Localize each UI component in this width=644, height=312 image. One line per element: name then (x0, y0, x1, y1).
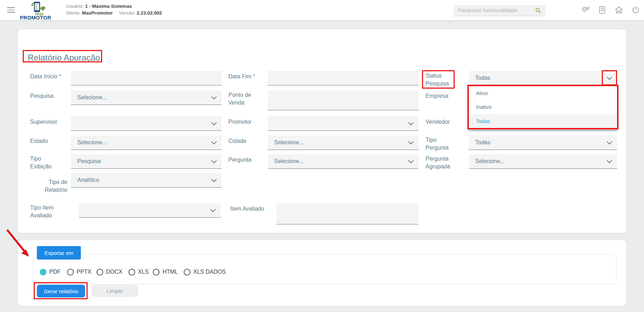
field-label-ponto-de-venda: Ponto de Venda (228, 91, 260, 107)
dropdown-option-inativo[interactable]: Inativo (469, 100, 617, 114)
radio-icon[interactable] (153, 269, 160, 275)
data-inicio-input[interactable] (71, 71, 222, 85)
estado-value: Selecione... (77, 139, 107, 146)
ponto-de-venda-input[interactable] (268, 90, 418, 110)
field-label-tipo-item-avaliado: Tipo Item Avaliado (30, 204, 64, 219)
chevron-down-icon[interactable] (211, 139, 217, 145)
chevron-down-icon[interactable] (607, 158, 612, 163)
chevron-down-icon[interactable] (607, 74, 612, 80)
promotor-select[interactable] (268, 116, 418, 131)
supervisor-select[interactable] (71, 116, 222, 131)
item-avaliado-input[interactable] (277, 203, 418, 224)
app-logo: max PROMOTOR (20, 1, 59, 20)
chevron-down-icon[interactable] (211, 158, 217, 163)
chevron-down-icon[interactable] (607, 139, 612, 145)
pesquisa-value: Selecione... (77, 94, 107, 101)
format-option-docx[interactable]: DOCX (96, 268, 122, 276)
estado-select[interactable]: Selecione... (71, 135, 222, 150)
format-label: XLS (138, 269, 149, 275)
field-label-data-fim: Data Fim * (228, 73, 255, 80)
field-label-pergunta: Pergunta (228, 156, 251, 164)
format-option-pdf[interactable]: PDF (40, 268, 61, 276)
cidade-select[interactable]: Selecione... (268, 135, 418, 150)
pergunta-value: Selecione... (274, 158, 304, 165)
export-in-button[interactable]: Exportar em (37, 246, 81, 260)
format-label: XLS DADOS (193, 269, 226, 275)
field-label-pergunta-agrupada: Pergunta Agrupada (426, 155, 459, 171)
home-icon[interactable] (615, 6, 624, 15)
chevron-down-icon[interactable] (408, 158, 414, 163)
offer-label: Oferta: (66, 10, 80, 16)
power-icon[interactable] (632, 6, 641, 15)
dropdown-option-todas[interactable]: Todas (469, 114, 617, 128)
status-pesquisa-select[interactable]: Todas (469, 71, 617, 85)
tipo-exibicao-select[interactable]: Pesquisa (71, 154, 222, 169)
pergunta-select[interactable]: Selecione... (268, 154, 418, 169)
search-input[interactable] (454, 5, 535, 15)
format-option-xls[interactable]: XLS (128, 268, 149, 276)
offer-value: MaxPromotor (82, 10, 113, 16)
field-label-tipo-relatorio: Tipo de Relatório (30, 178, 67, 194)
chevron-down-icon[interactable] (211, 94, 217, 100)
format-option-html[interactable]: HTML (153, 268, 178, 276)
cidade-value: Selecione... (274, 139, 304, 146)
format-label: DOCX (106, 269, 122, 275)
tipo-pergunta-select[interactable]: Todas (469, 135, 617, 150)
format-option-xls-dados[interactable]: XLS DADOS (184, 268, 226, 276)
generate-report-button[interactable]: Gerar relatório (37, 285, 85, 297)
format-label: PPTX (77, 269, 91, 275)
chevron-down-icon[interactable] (211, 120, 217, 126)
format-option-pptx[interactable]: PPTX (67, 268, 91, 276)
format-label: HTML (162, 269, 178, 275)
settings-icon[interactable]: ⚙⚙ (582, 6, 591, 15)
radio-icon[interactable] (184, 269, 190, 275)
tipo-pergunta-value: Todas (475, 139, 490, 146)
report-form-card: Relatório Apuração Data Início * Data Fi… (18, 29, 626, 233)
tipo-exibicao-value: Pesquisa (77, 158, 101, 165)
field-label-status-pesquisa: Status Pesquisa (426, 72, 454, 88)
tipo-item-avaliado-select[interactable] (79, 203, 221, 218)
dropdown-option-ativo[interactable]: Ativo (469, 86, 617, 100)
field-label-estado: Estado (30, 137, 48, 145)
search-functionality (454, 5, 545, 16)
field-label-empresa: Empresa (426, 92, 448, 100)
status-pesquisa-value: Todas (475, 75, 490, 81)
pergunta-agrupada-select[interactable]: Selecione... (469, 154, 617, 169)
field-label-vendedor: Vendedor (426, 118, 450, 126)
field-label-cidade: Cidade (228, 137, 246, 145)
version-label: Versão: (119, 10, 135, 16)
field-label-tipo-pergunta: Tipo Pergunta (426, 136, 457, 152)
format-label: PDF (49, 269, 61, 275)
status-dropdown-panel: Ativo Inativo Todas (467, 85, 618, 129)
radio-icon[interactable] (128, 269, 135, 275)
tipo-relatorio-select[interactable]: Analítico (71, 173, 222, 188)
report-icon[interactable] (598, 6, 607, 15)
chevron-down-icon[interactable] (210, 207, 216, 212)
export-card: Exportar em PDF PPTX DOCX XLS HTML XLS D… (18, 240, 626, 306)
field-label-item-avaliado: Item Avaliado (230, 205, 264, 213)
radio-icon[interactable] (96, 269, 103, 275)
clear-button[interactable]: Limpar (91, 284, 138, 297)
pergunta-agrupada-value: Selecione... (475, 158, 505, 165)
menu-icon[interactable] (7, 7, 15, 13)
page-title: Relatório Apuração (28, 53, 100, 63)
chevron-down-icon[interactable] (408, 139, 414, 145)
user-label: Usuário: (66, 4, 84, 9)
top-bar: max PROMOTOR Usuário: 1 - Máxima Sistema… (0, 0, 644, 21)
field-label-promotor: Promotor (228, 118, 252, 126)
field-label-data-inicio: Data Início * (30, 73, 61, 80)
field-label-supervisor: Supervisor (30, 118, 57, 126)
chevron-down-icon[interactable] (408, 120, 414, 126)
logo-text-promotor: PROMOTOR (20, 15, 51, 21)
field-label-tipo-exibicao: Tipo Exibição (30, 155, 62, 171)
tipo-relatorio-value: Analítico (77, 177, 99, 183)
search-icon[interactable] (535, 7, 541, 13)
radio-icon[interactable] (67, 269, 74, 275)
pesquisa-select[interactable]: Selecione... (71, 90, 222, 105)
session-info: Usuário: 1 - Máxima Sistemas Oferta: Max… (66, 3, 162, 16)
chevron-down-icon[interactable] (211, 177, 217, 182)
user-value: 1 - Máxima Sistemas (85, 4, 132, 9)
data-fim-input[interactable] (268, 71, 418, 85)
radio-selected-icon[interactable] (40, 269, 46, 275)
version-value: 2.23.02.002 (137, 10, 162, 16)
